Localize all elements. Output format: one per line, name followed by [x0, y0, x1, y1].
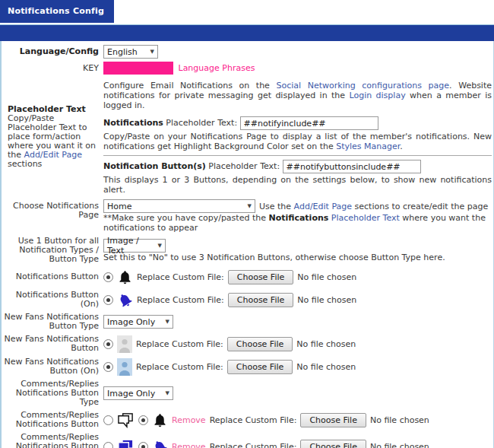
default-image-radio[interactable] — [138, 415, 148, 425]
add-edit-page-link-2[interactable]: Add/Edit Page — [294, 202, 352, 211]
social-networking-config-link[interactable]: Social Networking configurations page — [276, 81, 449, 91]
chevron-down-icon: ▼ — [166, 319, 169, 325]
divider — [103, 155, 492, 156]
speech-bubbles-icon — [117, 412, 135, 428]
header-bar — [0, 24, 494, 41]
default-image-radio[interactable] — [103, 339, 113, 349]
one-button-note: Set this to "No" to use 3 Notification B… — [103, 253, 492, 262]
styles-manager-link[interactable]: Styles Manager — [336, 141, 400, 151]
notification-buttons-placeholder-row: Notification Button(s) Placeholder Text: — [103, 160, 492, 173]
intro-paragraph: Configure Email Notifications on the Soc… — [103, 81, 492, 110]
choose-page-note-2: **Make sure you have copy/pasted the Not… — [103, 213, 492, 233]
login-display-link[interactable]: Login display — [350, 91, 406, 100]
one-button-row: Use 1 Button for all Notification Types … — [2, 237, 492, 264]
page: Notifications Config Language/Config Eng… — [0, 0, 494, 448]
default-image-radio[interactable] — [103, 362, 113, 372]
upload-row: Notifications Button Replace Custom File… — [2, 267, 492, 287]
remove-link[interactable]: Remove — [172, 442, 206, 448]
default-image-radio[interactable] — [103, 295, 113, 305]
one-button-select[interactable]: Image / Text ▼ — [103, 239, 166, 253]
custom-image-radio[interactable] — [103, 415, 113, 425]
placeholder-section: Placeholder Text Copy/Paste Placeholder … — [2, 81, 492, 195]
upload-row: Comments/Replies Notifications Button (O… — [2, 433, 492, 448]
language-config-row: Language/Config English ▼ — [2, 45, 492, 59]
tab-title: Notifications Config — [8, 6, 104, 16]
choose-file-button[interactable]: Choose File — [300, 413, 366, 427]
custom-image-radio[interactable] — [103, 442, 113, 448]
choose-file-button[interactable]: Choose File — [228, 293, 294, 307]
tab-notifications-config[interactable]: Notifications Config — [0, 0, 114, 23]
person-blue-icon — [117, 358, 132, 376]
language-config-label: Language/Config — [2, 47, 103, 56]
choose-file-button[interactable]: Choose File — [300, 440, 366, 448]
notifications-placeholder-row: Notifications Placeholder Text: — [103, 116, 492, 130]
chevron-down-icon: ▼ — [248, 203, 252, 209]
remove-link[interactable]: Remove — [172, 415, 206, 425]
speech-bubbles-blue-icon — [117, 439, 135, 448]
upload-row: Notifications Button (On) Replace Custom… — [2, 290, 492, 310]
comments-type-select[interactable]: Image Only ▼ — [103, 386, 173, 400]
default-image-radio[interactable] — [138, 442, 148, 448]
bell-icon — [152, 412, 168, 428]
default-image-radio[interactable] — [103, 272, 113, 282]
notifications-placeholder-input[interactable] — [240, 116, 378, 130]
key-row: KEY Language Phrases — [2, 62, 492, 75]
language-phrases-link[interactable]: Language Phrases — [179, 63, 255, 73]
choose-file-button[interactable]: Choose File — [227, 337, 293, 351]
bell-ringing-icon — [152, 439, 168, 448]
notification-buttons-placeholder-input[interactable] — [283, 160, 421, 173]
choose-page-select-value: Home — [107, 202, 131, 211]
language-select[interactable]: English ▼ — [103, 45, 158, 59]
key-label: KEY — [2, 64, 103, 73]
choose-page-select[interactable]: Home ▼ — [103, 199, 255, 213]
choose-page-note: Use the Add/Edit Page sections to create… — [259, 202, 488, 211]
language-select-value: English — [107, 47, 138, 57]
content: Language/Config English ▼ KEY Language P… — [0, 41, 494, 448]
bell-ringing-icon — [117, 292, 133, 308]
type-row: Comments/Replies Notifications Button Ty… — [2, 380, 492, 407]
chevron-down-icon: ▼ — [158, 243, 162, 249]
sidebar-note-text2: sections — [8, 159, 42, 169]
chevron-down-icon: ▼ — [150, 49, 154, 55]
notification-buttons-desc: This displays 1 or 3 Buttons, depending … — [103, 175, 492, 195]
person-icon — [117, 335, 132, 353]
new-fans-type-select[interactable]: Image Only ▼ — [103, 315, 173, 329]
choose-file-button[interactable]: Choose File — [227, 360, 293, 374]
choose-page-row: Choose Notifications Page Home ▼ Use the… — [2, 199, 492, 233]
key-input[interactable] — [103, 62, 173, 75]
type-row: New Fans Notifications Button Type Image… — [2, 313, 492, 331]
choose-file-button[interactable]: Choose File — [228, 270, 294, 284]
notifications-placeholder-desc: Copy/Paste on your Notifications Page to… — [103, 132, 492, 151]
placeholder-text-link[interactable]: Placeholder Text — [331, 213, 400, 223]
bell-icon — [117, 269, 133, 285]
upload-row: Comments/Replies Notifications Button Re… — [2, 410, 492, 430]
upload-row: New Fans Notifications Button Replace Cu… — [2, 334, 492, 354]
chevron-down-icon: ▼ — [166, 390, 169, 396]
one-button-label: Use 1 Button for all Notification Types … — [2, 237, 103, 264]
choose-page-label: Choose Notifications Page — [2, 199, 103, 220]
sidebar-note: Placeholder Text Copy/Paste Placeholder … — [2, 81, 103, 169]
upload-row: New Fans Notifications Button (On) Repla… — [2, 357, 492, 377]
